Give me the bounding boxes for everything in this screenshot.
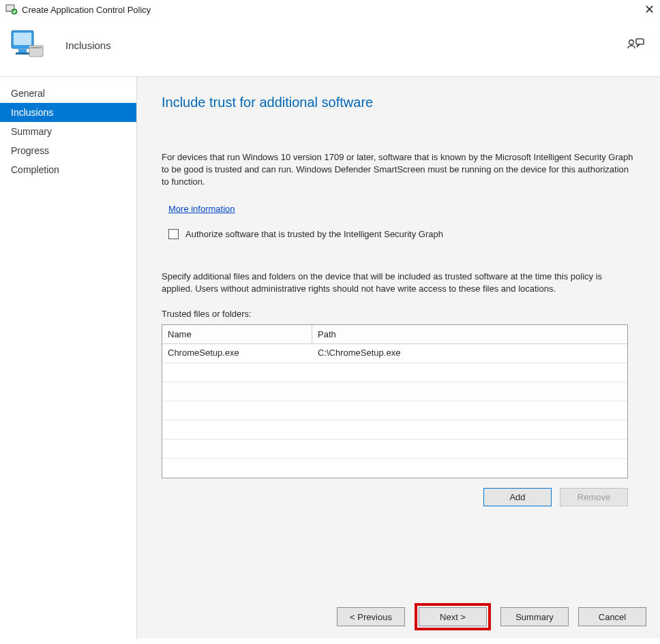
table-row-empty[interactable] [162, 382, 627, 401]
wizard-icon [8, 26, 46, 64]
previous-button[interactable]: < Previous [337, 607, 405, 626]
table-row-empty[interactable] [162, 420, 627, 440]
wizard-sidebar: General Inclusions Summary Progress Comp… [0, 77, 137, 639]
table-row[interactable]: ChromeSetup.exe C:\ChromeSetup.exe [162, 344, 627, 363]
table-row-empty[interactable] [162, 440, 627, 459]
summary-button[interactable]: Summary [500, 607, 569, 626]
next-button-highlight: Next > [415, 603, 491, 630]
sidebar-step-completion[interactable]: Completion [0, 160, 136, 179]
window-title: Create Application Control Policy [22, 5, 634, 15]
cancel-button[interactable]: Cancel [578, 607, 646, 626]
svg-rect-6 [16, 52, 29, 55]
table-header: Name Path [162, 325, 627, 344]
add-button[interactable]: Add [483, 488, 552, 506]
sidebar-step-summary[interactable]: Summary [0, 122, 136, 141]
window-titlebar: Create Application Control Policy ✕ [0, 0, 660, 19]
col-name[interactable]: Name [162, 325, 312, 344]
svg-rect-8 [31, 47, 42, 48]
next-button[interactable]: Next > [419, 607, 487, 626]
svg-point-9 [629, 40, 634, 45]
wizard-content: Include trust for additional software Fo… [137, 77, 660, 639]
section-title: Include trust for additional software [162, 95, 635, 110]
feedback-icon[interactable] [626, 35, 645, 55]
sidebar-step-inclusions[interactable]: Inclusions [0, 103, 136, 122]
table-row-empty[interactable] [162, 401, 627, 420]
col-path[interactable]: Path [312, 325, 627, 344]
close-button[interactable]: ✕ [634, 2, 655, 17]
authorize-checkbox-label: Authorize software that is trusted by th… [185, 229, 443, 239]
trusted-files-table[interactable]: Name Path ChromeSetup.exe C:\ChromeSetup… [162, 324, 628, 478]
svg-rect-5 [18, 49, 27, 52]
svg-rect-10 [636, 39, 644, 44]
wizard-header: Inclusions [0, 19, 660, 76]
wizard-footer: < Previous Next > Summary Cancel [337, 603, 646, 630]
table-row-empty[interactable] [162, 363, 627, 382]
intro-text: For devices that run Windows 10 version … [162, 151, 635, 189]
cell-name: ChromeSetup.exe [162, 344, 312, 363]
remove-button: Remove [560, 488, 628, 506]
specify-text: Specify additional files and folders on … [162, 271, 635, 295]
more-info-link[interactable]: More information [168, 204, 635, 214]
cell-path: C:\ChromeSetup.exe [312, 344, 627, 363]
sidebar-step-general[interactable]: General [0, 84, 136, 103]
wizard-step-title: Inclusions [65, 40, 626, 51]
app-icon [5, 3, 18, 16]
authorize-checkbox[interactable] [168, 229, 179, 239]
svg-rect-4 [14, 33, 31, 45]
table-row-empty[interactable] [162, 459, 627, 478]
authorize-checkbox-row[interactable]: Authorize software that is trusted by th… [168, 229, 635, 239]
trusted-files-label: Trusted files or folders: [162, 309, 635, 319]
sidebar-step-progress[interactable]: Progress [0, 141, 136, 160]
